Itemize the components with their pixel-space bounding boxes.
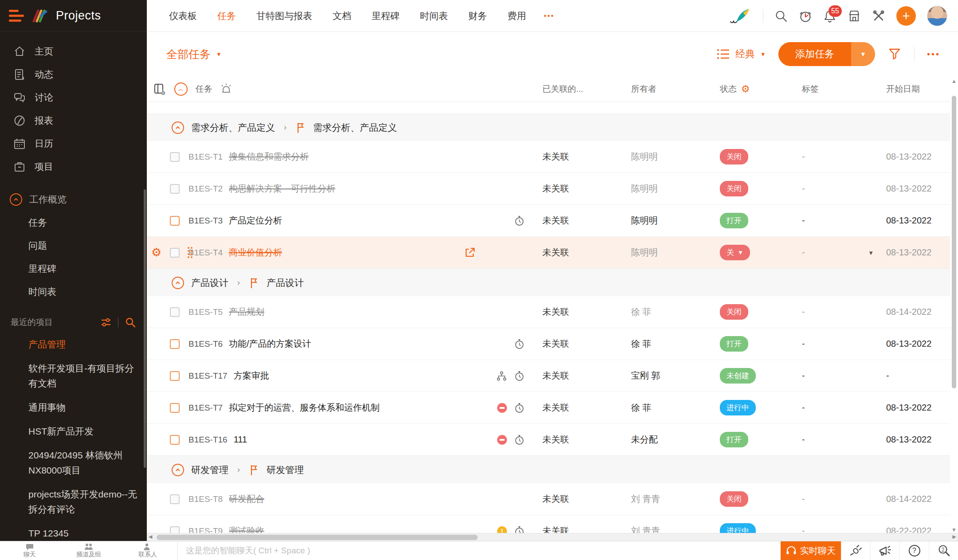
work-item-问题[interactable]: 问题 [0, 234, 147, 257]
milestone-link[interactable]: 研发管理 [267, 464, 304, 476]
column-owner-label[interactable]: 所有者 [626, 83, 715, 95]
tag-cell[interactable]: - [797, 339, 881, 349]
scroll-left-arrow[interactable]: ◀ [149, 534, 152, 540]
owner-cell[interactable]: 未分配 [626, 434, 715, 446]
project-item[interactable]: projects场景开发demo--无拆分有评论 [0, 482, 147, 521]
status-badge[interactable]: 打开 [720, 432, 748, 447]
task-checkbox[interactable] [170, 494, 180, 504]
task-title[interactable]: 测试验收 [229, 525, 264, 533]
project-item[interactable]: HST新产品开发 [0, 419, 147, 443]
task-title[interactable]: 搜集信息和需求分析 [229, 151, 309, 163]
start-date-cell[interactable]: 08-13-2022 [881, 215, 950, 226]
bell-icon[interactable]: 55 [823, 9, 836, 23]
task-checkbox[interactable] [170, 184, 180, 194]
start-date-cell[interactable]: 08-13-2022 [881, 184, 950, 194]
horizontal-scrollbar[interactable]: ◀ ▶ [147, 533, 958, 541]
status-badge[interactable]: 关闭 [720, 181, 748, 196]
status-badge[interactable]: 进行中 [720, 400, 756, 415]
tag-cell[interactable]: - [797, 494, 881, 504]
quick-add-button[interactable]: + [896, 6, 916, 26]
feather-icon[interactable] [729, 7, 752, 25]
work-item-时间表[interactable]: 时间表 [0, 280, 147, 303]
task-row[interactable]: ⚙ B1ES-T4 商业价值分析 未关联 陈明明 关▼ -▼ 08-13-202… [147, 237, 950, 269]
owner-cell[interactable]: 刘 青青 [626, 493, 715, 505]
project-item[interactable]: 通用事物 [0, 396, 147, 419]
start-date-cell[interactable]: 08-22-2022 [881, 526, 950, 533]
collapse-group-icon[interactable] [172, 464, 184, 476]
more-options-button[interactable]: ••• [927, 49, 940, 59]
task-checkbox[interactable] [170, 403, 180, 413]
project-item[interactable]: 软件开发项目-有项目拆分有文档 [0, 356, 147, 396]
user-avatar[interactable] [927, 6, 947, 26]
task-row[interactable]: B1ES-T5 产品规划 未关联 徐 菲 关闭 - 08-14-2022 [147, 296, 950, 328]
task-title[interactable]: 商业价值分析 [229, 247, 282, 258]
column-start-date-label[interactable]: 开始日期 [881, 83, 950, 95]
tag-cell[interactable]: - [797, 215, 881, 226]
help-icon[interactable]: ? [899, 541, 929, 560]
owner-cell[interactable]: 陈明明 [626, 215, 715, 227]
work-item-里程碑[interactable]: 里程碑 [0, 257, 147, 280]
owner-cell[interactable]: 徐 菲 [626, 338, 715, 350]
status-settings-gear-icon[interactable]: ⚙ [741, 83, 750, 95]
owner-cell[interactable]: 徐 菲 [626, 306, 715, 318]
work-overview-header[interactable]: 工作概览 [0, 188, 147, 211]
open-task-icon[interactable] [464, 247, 475, 258]
timer-tracker-icon[interactable] [799, 9, 812, 23]
task-title[interactable]: 构思解决方案—可行性分析 [229, 183, 335, 195]
collapse-group-icon[interactable] [172, 121, 184, 134]
owner-cell[interactable]: 陈明明 [626, 247, 715, 258]
column-settings-icon[interactable]: ⚙ [153, 82, 166, 96]
add-task-dropdown[interactable]: ▼ [851, 42, 875, 66]
status-badge[interactable]: 关闭 [720, 491, 748, 507]
tab-里程碑[interactable]: 里程碑 [372, 10, 400, 22]
sidebar-scrollbar[interactable] [144, 189, 146, 468]
reminder-siren-icon[interactable] [220, 83, 232, 95]
tab-时间表[interactable]: 时间表 [420, 10, 448, 22]
task-row[interactable]: B1ES-T8 研发配合 未关联 刘 青青 关闭 - 08-14-2022 [147, 483, 950, 515]
column-status-label[interactable]: 状态⚙ [715, 83, 797, 95]
collapse-group-icon[interactable] [172, 277, 184, 289]
status-badge[interactable]: 打开 [720, 336, 748, 352]
vertical-scroll-thumb[interactable] [952, 96, 956, 388]
status-badge[interactable]: 关闭 [720, 149, 748, 164]
owner-cell[interactable]: 陈明明 [626, 151, 715, 163]
task-title[interactable]: 功能/产品的方案设计 [229, 338, 311, 350]
task-row[interactable]: B1ES-T1 搜集信息和需求分析 未关联 陈明明 关闭 - 08-13-202… [147, 141, 950, 173]
tag-cell[interactable]: - [797, 307, 881, 317]
start-date-cell[interactable]: 08-14-2022 [881, 307, 950, 317]
start-date-cell[interactable]: - [881, 371, 950, 381]
task-title[interactable]: 研发配合 [229, 493, 264, 505]
task-row[interactable]: B1ES-T16 111 未关联 未分配 打开 - 08-13-2022 [147, 424, 950, 456]
project-filter-icon[interactable] [100, 317, 112, 328]
task-filter-dropdown[interactable]: 全部任务 ▼ [166, 47, 222, 62]
tools-icon[interactable] [872, 9, 885, 23]
status-badge[interactable]: 关▼ [720, 245, 750, 260]
column-tag-label[interactable]: 标签 [797, 83, 881, 95]
work-item-任务[interactable]: 任务 [0, 211, 147, 234]
integrations-plug-icon[interactable] [841, 541, 870, 560]
scroll-right-arrow[interactable]: ▶ [953, 534, 956, 540]
task-checkbox[interactable] [170, 435, 180, 445]
status-badge[interactable]: 打开 [720, 213, 748, 228]
task-row[interactable]: B1ES-T3 产品定位分析 未关联 陈明明 打开 - 08-13-2022 [147, 205, 950, 237]
task-checkbox[interactable] [170, 526, 180, 533]
task-checkbox[interactable] [170, 339, 180, 349]
smart-chat-input[interactable] [186, 546, 751, 556]
task-checkbox[interactable] [170, 216, 180, 226]
view-selector[interactable]: 经典 ▼ [717, 47, 766, 61]
menu-icon[interactable] [9, 10, 24, 22]
status-badge[interactable]: 未创建 [720, 368, 756, 384]
zoom-search-icon[interactable]: 2 [929, 541, 958, 560]
start-date-cell[interactable]: 08-13-2022 [881, 152, 950, 162]
sidebar-item-讨论[interactable]: 讨论 [0, 86, 147, 109]
tag-cell[interactable]: - [797, 184, 881, 194]
collapse-section-icon[interactable] [10, 193, 22, 206]
more-tabs-button[interactable]: ••• [544, 12, 554, 20]
owner-cell[interactable]: 徐 菲 [626, 402, 715, 414]
drag-handle[interactable] [188, 247, 193, 258]
start-date-cell[interactable]: 08-13-2022 [881, 435, 950, 445]
owner-cell[interactable]: 刘 青青 [626, 525, 715, 533]
tag-cell[interactable]: - [797, 526, 881, 533]
task-checkbox[interactable] [170, 152, 180, 162]
tab-任务[interactable]: 任务 [217, 10, 236, 22]
